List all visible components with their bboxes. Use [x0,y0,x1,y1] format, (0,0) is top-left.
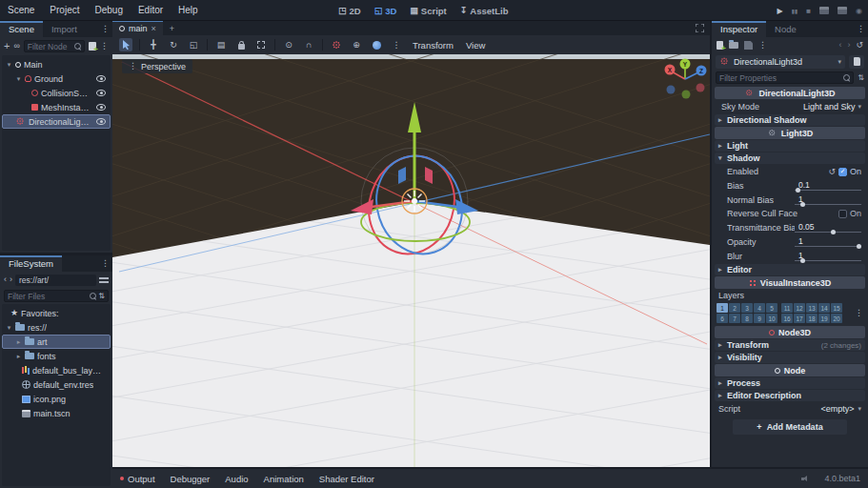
tab-import[interactable]: Import [43,21,86,37]
menu-help[interactable]: Help [171,0,206,20]
tab-scene[interactable]: Scene [0,21,43,37]
fs-row-art[interactable]: ▸ art [2,335,111,349]
load-resource-icon[interactable] [729,42,738,49]
dock-menu-icon[interactable]: ⋮ [101,25,112,33]
fold-editor[interactable]: ▸Editor [715,264,865,275]
layer-cell[interactable]: 20 [831,314,842,323]
resource-menu-icon[interactable]: ⋮ [758,41,767,50]
sort-icon[interactable]: ⇅ [98,293,105,300]
history-icon[interactable]: ↺ [856,41,863,50]
tree-row-main[interactable]: ▾ Main [2,57,111,71]
layers-menu-icon[interactable]: ⋮ [855,309,863,317]
rotate-tool-button[interactable]: ↻ [167,38,180,51]
workspace-3d-button[interactable]: ◱3D [374,6,397,16]
nav-back-icon[interactable]: ‹ [4,275,7,284]
layer-cell[interactable]: 4 [754,303,765,313]
fold-light[interactable]: ▸Light [715,140,865,152]
filter-files-input[interactable] [8,292,88,301]
tab-inspector[interactable]: Inspector [712,21,766,37]
fs-row-res[interactable]: ▾ res:// [2,320,111,335]
fs-row-fonts[interactable]: ▸ fonts [2,349,111,363]
audio-tab[interactable]: Audio [225,474,248,484]
transform-menu[interactable]: Transform [410,40,456,51]
tab-filesystem[interactable]: FileSystem [0,255,62,272]
layer-cell[interactable]: 14 [818,303,830,313]
menu-debug[interactable]: Debug [87,0,130,20]
visibility-eye-icon[interactable] [96,104,106,111]
camera-preview-button[interactable] [370,38,383,51]
scene-tree-menu-icon[interactable]: ⋮ [100,42,109,51]
layer-cell[interactable]: 10 [766,314,777,323]
visibility-eye-icon[interactable] [96,90,106,96]
layer-cell[interactable]: 5 [766,303,777,313]
layer-cell[interactable]: 16 [781,314,793,323]
workspace-2d-button[interactable]: ◳2D [338,6,361,16]
snap-button[interactable]: ∩ [302,38,315,51]
fold-directional-shadow[interactable]: ▸Directional Shadow [715,114,865,126]
add-node-button[interactable]: + [4,41,10,51]
add-metadata-button[interactable]: + Add Metadata [733,419,847,435]
move-tool-button[interactable]: ╋ [147,38,160,51]
visibility-eye-icon[interactable] [96,75,106,82]
revert-icon[interactable]: ↺ [828,168,836,176]
fold-shadow[interactable]: ▾Shadow [715,152,865,164]
tree-row-collisionshape[interactable]: CollisionShape3d [2,86,111,100]
layer-cell[interactable]: 7 [729,314,740,323]
menu-scene[interactable]: Scene [0,0,42,20]
layer-cell[interactable]: 1 [717,303,728,313]
lock-selected-button[interactable] [234,38,248,51]
distraction-free-icon[interactable] [690,21,710,35]
layer-cell[interactable]: 11 [781,303,793,313]
normal-bias-slider[interactable]: 1 [795,194,861,206]
enabled-checkbox[interactable]: ✓ [838,168,847,176]
mute-icon[interactable] [801,475,809,482]
property-tools-icon[interactable]: ⇅ [858,74,864,82]
history-forward-icon[interactable]: › [847,41,850,50]
layer-cell[interactable]: 12 [794,303,805,313]
list-select-button[interactable]: ▤ [214,38,228,51]
new-resource-icon[interactable] [717,41,723,50]
select-tool-button[interactable] [119,38,132,51]
layer-cell[interactable]: 17 [794,314,805,323]
movie-mode-button[interactable]: ◉ [856,7,862,15]
filesystem-menu-icon[interactable]: ⋮ [101,259,112,268]
view-menu-icon[interactable]: ⋮ [390,38,403,51]
layer-cell[interactable]: 18 [806,314,818,323]
current-path[interactable]: res://art/ [15,274,96,286]
filter-properties-input[interactable] [719,73,841,83]
history-back-icon[interactable]: ‹ [838,41,841,50]
layer-cell[interactable]: 13 [806,303,818,313]
workspace-script-button[interactable]: ▤Script [410,6,446,16]
tree-row-ground[interactable]: ▾ Ground [2,71,111,86]
layer-cell[interactable]: 19 [818,314,830,323]
save-resource-icon[interactable] [744,41,753,50]
property-script[interactable]: Script <empty>▾ [712,402,868,416]
layer-cell[interactable]: 8 [741,314,753,323]
instance-scene-button[interactable]: ∞ [13,42,19,51]
layer-cell[interactable]: 2 [729,303,740,313]
reverse-cull-checkbox[interactable] [838,210,847,218]
fs-row-icon-png[interactable]: icon.png [2,392,111,406]
inspector-dock-menu-icon[interactable]: ⋮ [857,25,868,33]
scale-tool-button[interactable]: ◱ [187,38,200,51]
preview-sun-button[interactable] [330,38,343,51]
menu-editor[interactable]: Editor [131,0,171,20]
object-selector-dropdown[interactable]: DirectionalLight3d ▾ [716,55,845,69]
scene-tab-main[interactable]: main × [112,21,163,35]
tab-node[interactable]: Node [766,21,805,37]
fs-row-default-env[interactable]: default_env.tres [2,377,111,392]
play-button[interactable]: ▶ [777,7,782,15]
play-custom-scene-button[interactable] [838,7,847,14]
layer-cell[interactable]: 15 [831,303,842,313]
split-mode-icon[interactable] [99,276,109,284]
fold-process[interactable]: ▸Process [715,377,865,389]
preview-environment-button[interactable]: ⊕ [350,38,363,51]
group-selected-button[interactable] [254,38,268,51]
stop-button[interactable]: ■ [806,7,811,15]
fold-editor-description[interactable]: ▸Editor Description [715,390,865,401]
menu-project[interactable]: Project [42,0,87,20]
new-scene-tab-button[interactable]: + [163,21,181,35]
animation-tab[interactable]: Animation [264,474,304,484]
transmittance-bias-slider[interactable]: 0.05 [795,222,861,234]
tree-row-directionallight[interactable]: DirectionalLight3d [2,114,111,129]
